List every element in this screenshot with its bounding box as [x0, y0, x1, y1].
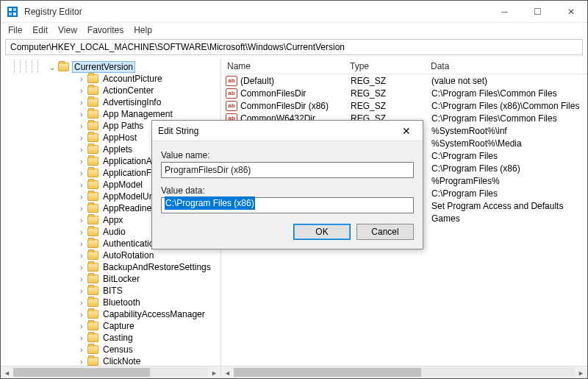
minimize-button[interactable]: ─ — [488, 1, 521, 23]
tree-label: AppHost — [101, 132, 138, 143]
maximize-button[interactable]: ☐ — [521, 1, 554, 23]
tree-label: Appx — [101, 215, 124, 225]
menubar: File Edit View Favorites Help — [1, 23, 587, 38]
chevron-right-icon[interactable]: › — [77, 252, 86, 260]
folder-icon — [87, 216, 98, 224]
value-row[interactable]: ab(Default)REG_SZ(value not set) — [221, 74, 587, 87]
chevron-right-icon[interactable]: › — [77, 216, 86, 224]
chevron-right-icon[interactable]: › — [77, 157, 86, 166]
tree-label: ActionCenter — [101, 85, 155, 96]
folder-icon — [87, 180, 98, 189]
address-bar[interactable]: Computer\HKEY_LOCAL_MACHINE\SOFTWARE\Mic… — [5, 39, 583, 55]
tree-node[interactable]: ›Census — [14, 344, 220, 355]
folder-icon — [87, 263, 98, 272]
tree-node[interactable]: ›AccountPicture — [14, 73, 220, 85]
chevron-right-icon[interactable]: › — [77, 193, 86, 201]
tree-node[interactable]: ›Capture — [14, 320, 220, 332]
menu-file[interactable]: File — [8, 25, 22, 35]
value-data: C:\Program Files\Common Files — [431, 113, 587, 124]
chevron-right-icon[interactable]: › — [77, 299, 86, 307]
window-title: Registry Editor — [24, 7, 488, 17]
chevron-right-icon[interactable]: › — [77, 334, 86, 342]
chevron-right-icon[interactable]: › — [77, 87, 86, 95]
menu-favorites[interactable]: Favorites — [87, 25, 123, 35]
value-name-label: Value name: — [161, 150, 414, 160]
value-row[interactable]: abCommonFilesDir (x86)REG_SZC:\Program F… — [221, 99, 587, 112]
tree-node[interactable]: ›BITS — [14, 285, 220, 297]
value-data-input[interactable]: C:\Program Files (x86) — [161, 197, 414, 213]
tree-label: AccountPicture — [101, 74, 164, 84]
chevron-right-icon[interactable]: › — [77, 311, 86, 319]
tree-node[interactable]: ›App Management — [14, 108, 220, 120]
value-data: Set Program Access and Defaults — [431, 201, 587, 211]
tree-node[interactable]: ›AdvertisingInfo — [14, 96, 220, 108]
chevron-right-icon[interactable]: › — [77, 240, 86, 248]
chevron-right-icon[interactable]: › — [77, 169, 86, 177]
svg-rect-2 — [13, 8, 16, 11]
chevron-right-icon[interactable]: › — [77, 110, 86, 118]
chevron-right-icon[interactable]: › — [77, 205, 86, 213]
chevron-right-icon[interactable]: › — [77, 181, 86, 189]
value-name: (Default) — [240, 76, 351, 86]
chevron-right-icon[interactable]: › — [77, 358, 86, 366]
tree-label: AdvertisingInfo — [101, 97, 162, 107]
chevron-right-icon[interactable]: › — [77, 263, 86, 272]
ok-button[interactable]: OK — [293, 224, 351, 240]
value-data: C:\Program Files\Common Files — [431, 88, 587, 99]
tree-node[interactable]: ›AutoRotation — [14, 249, 220, 261]
chevron-right-icon[interactable]: › — [77, 275, 86, 283]
folder-icon — [87, 239, 98, 248]
tree-label: Audio — [101, 227, 127, 237]
chevron-right-icon[interactable]: › — [77, 346, 86, 354]
chevron-right-icon[interactable]: › — [77, 134, 86, 142]
value-data: C:\Program Files (x86) — [431, 163, 587, 174]
folder-icon — [87, 274, 98, 283]
chevron-right-icon[interactable]: › — [77, 99, 86, 107]
values-hscroll[interactable]: ◄ ► — [221, 366, 587, 378]
folder-icon — [87, 98, 98, 107]
tree-node-currentversion[interactable]: ⌄CurrentVersion — [14, 61, 220, 73]
col-data[interactable]: Data — [431, 61, 587, 71]
column-headers[interactable]: Name Type Data — [221, 58, 587, 74]
chevron-right-icon[interactable]: › — [77, 228, 86, 236]
dialog-close-button[interactable]: ✕ — [396, 125, 417, 137]
tree-label: AppModel — [101, 180, 144, 190]
folder-icon — [87, 345, 98, 354]
svg-rect-1 — [9, 8, 12, 11]
menu-edit[interactable]: Edit — [32, 25, 48, 35]
tree-node[interactable]: ›Bluetooth — [14, 297, 220, 308]
value-name-input[interactable] — [161, 162, 414, 178]
tree-hscroll[interactable]: ◄ ► — [1, 366, 220, 378]
tree-node[interactable]: ›BitLocker — [14, 273, 220, 285]
chevron-right-icon[interactable]: › — [77, 287, 86, 295]
value-data: %ProgramFiles% — [431, 176, 587, 186]
folder-icon — [87, 310, 98, 319]
value-data: (value not set) — [431, 76, 587, 86]
tree-label: Census — [101, 344, 135, 355]
tree-node[interactable]: ›BackupAndRestoreSettings — [14, 261, 220, 273]
chevron-right-icon[interactable]: › — [77, 75, 86, 83]
col-type[interactable]: Type — [350, 61, 431, 71]
tree-label: ClickNote — [101, 356, 142, 366]
folder-icon — [58, 63, 69, 71]
chevron-right-icon[interactable]: › — [77, 122, 86, 130]
folder-icon — [87, 227, 98, 236]
cancel-button[interactable]: Cancel — [356, 224, 414, 240]
chevron-right-icon[interactable]: › — [77, 322, 86, 330]
tree-node[interactable]: ›ActionCenter — [14, 85, 220, 96]
folder-icon — [87, 157, 98, 166]
regedit-icon — [7, 6, 18, 18]
value-row[interactable]: abCommonFilesDirREG_SZC:\Program Files\C… — [221, 87, 587, 99]
chevron-down-icon[interactable]: ⌄ — [48, 63, 57, 71]
chevron-right-icon[interactable]: › — [77, 146, 86, 154]
string-value-icon: ab — [226, 88, 237, 99]
tree-node[interactable]: ›Casting — [14, 332, 220, 344]
close-button[interactable]: ✕ — [554, 1, 587, 23]
folder-icon — [87, 251, 98, 260]
menu-help[interactable]: Help — [134, 25, 152, 35]
folder-icon — [87, 110, 98, 118]
tree-node[interactable]: ›CapabilityAccessManager — [14, 308, 220, 320]
col-name[interactable]: Name — [221, 61, 350, 71]
tree-label: Applets — [101, 144, 134, 155]
menu-view[interactable]: View — [58, 25, 77, 35]
